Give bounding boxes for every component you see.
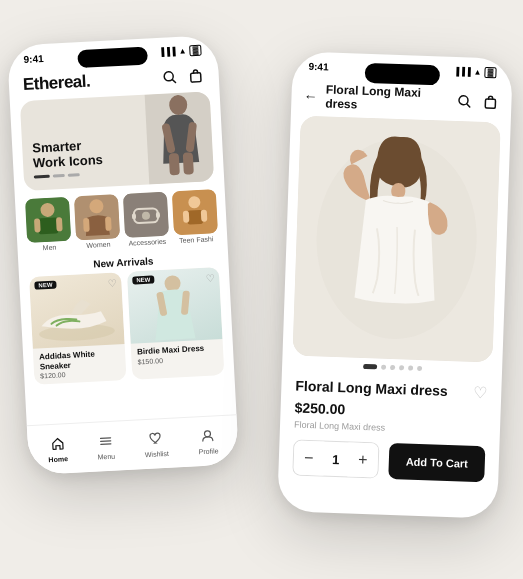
product-detail-price: $250.00 — [294, 400, 486, 423]
svg-point-34 — [204, 430, 210, 436]
svg-line-36 — [467, 104, 470, 107]
nav-wishlist[interactable]: Wishlist — [144, 430, 169, 457]
status-icons-2: ▐▐▐ ▲ ▓ — [454, 65, 497, 77]
img-dot-3 — [390, 365, 395, 370]
header-icons-2 — [455, 92, 500, 112]
svg-line-32 — [101, 440, 111, 441]
svg-point-28 — [164, 275, 181, 292]
wifi-icon-2: ▲ — [474, 67, 482, 76]
search-icon-1[interactable] — [160, 68, 179, 87]
img-dot-5 — [408, 365, 413, 370]
home-icon — [50, 436, 65, 454]
scene: 9:41 ▐▐▐ ▲ ▓ Ethereal. — [0, 0, 523, 579]
signal-icon-2: ▐▐▐ — [454, 66, 471, 76]
svg-rect-11 — [34, 218, 41, 232]
nav-home[interactable]: Home — [47, 436, 68, 463]
bottom-nav: Home Menu Wishlist — [27, 414, 239, 475]
svg-rect-21 — [156, 212, 160, 218]
cat-label-women: Women — [86, 241, 110, 249]
svg-line-1 — [172, 80, 175, 83]
category-grid: Men Women — [15, 181, 228, 257]
svg-rect-2 — [191, 73, 201, 83]
nav-profile[interactable]: Profile — [197, 428, 218, 455]
img-dot-4 — [399, 365, 404, 370]
svg-line-31 — [100, 437, 110, 438]
cat-thumb-accessories — [123, 192, 169, 238]
nav-menu[interactable]: Menu — [96, 433, 115, 460]
qty-minus-button[interactable]: − — [293, 440, 324, 477]
back-button[interactable]: ← — [303, 88, 318, 104]
svg-rect-37 — [485, 99, 495, 108]
cat-label-accessories: Accessories — [128, 238, 166, 247]
phone-1: 9:41 ▐▐▐ ▲ ▓ Ethereal. — [7, 35, 239, 475]
wishlist-nav-icon — [149, 431, 164, 449]
product-thumb-2: New ♡ — [127, 267, 223, 344]
time-2: 9:41 — [308, 60, 328, 72]
time-1: 9:41 — [23, 52, 44, 64]
cart-row: − 1 + Add To Cart — [278, 429, 499, 483]
img-dot-6 — [417, 366, 422, 371]
hero-figure — [145, 91, 215, 184]
hero-banner: Smarter Work Icons — [20, 91, 214, 191]
cat-thumb-women — [74, 194, 120, 240]
wifi-icon: ▲ — [178, 46, 186, 55]
category-teen[interactable]: Teen Fashi — [172, 189, 219, 244]
svg-rect-20 — [132, 213, 136, 219]
nav-profile-label: Profile — [198, 447, 218, 455]
product-hero-image — [292, 116, 500, 363]
quantity-control: − 1 + — [292, 440, 379, 479]
bag-icon-2[interactable] — [481, 93, 500, 112]
product-card-1[interactable]: New ♡ Addidas White Sneaker $120.00 — [29, 272, 127, 385]
menu-icon — [98, 433, 113, 451]
product-info-2: Birdie Maxi Dress $150.00 — [131, 339, 224, 370]
status-icons-1: ▐▐▐ ▲ ▓ — [158, 44, 201, 57]
svg-point-3 — [168, 94, 187, 115]
search-icon-2[interactable] — [455, 92, 474, 111]
cat-thumb-teen — [172, 189, 218, 235]
product-detail-header: Floral Long Maxi dress ♡ — [295, 377, 488, 403]
hero-dot-1 — [34, 175, 50, 179]
cat-thumb-men — [25, 197, 71, 243]
svg-rect-26 — [201, 210, 208, 222]
product-thumb-1: New ♡ — [29, 272, 125, 349]
img-dot-1 — [363, 364, 377, 369]
profile-nav-icon — [200, 428, 215, 446]
product-card-2[interactable]: New ♡ Birdie Maxi Dress $150.00 — [127, 267, 225, 380]
cat-label-men: Men — [43, 243, 57, 251]
nav-wishlist-label: Wishlist — [145, 449, 169, 457]
svg-rect-15 — [83, 218, 90, 232]
svg-rect-24 — [187, 210, 204, 225]
img-dot-2 — [381, 365, 386, 370]
svg-rect-25 — [183, 210, 190, 222]
nav-menu-label: Menu — [97, 452, 115, 460]
detail-wishlist-icon[interactable]: ♡ — [473, 383, 488, 402]
product-info-1: Addidas White Sneaker $120.00 — [33, 344, 127, 385]
qty-plus-button[interactable]: + — [347, 441, 378, 478]
category-women[interactable]: Women — [74, 194, 121, 249]
svg-rect-6 — [168, 153, 179, 175]
svg-rect-16 — [105, 217, 112, 231]
header-icons-1 — [160, 66, 205, 86]
svg-line-33 — [101, 443, 111, 444]
cat-label-teen: Teen Fashi — [179, 235, 214, 244]
page-title-2: Floral Long Maxi dress — [325, 82, 448, 114]
hero-text: Smarter Work Icons — [21, 128, 114, 191]
dynamic-island-2 — [365, 63, 441, 86]
product-detail: Floral Long Maxi dress ♡ $250.00 Floral … — [280, 370, 502, 437]
battery-icon-2: ▓ — [484, 67, 496, 78]
app-logo: Ethereal. — [22, 71, 90, 94]
nav-home-label: Home — [48, 455, 68, 463]
products-grid: New ♡ Addidas White Sneaker $120.00 — [19, 266, 234, 385]
product-detail-name: Floral Long Maxi dress — [295, 378, 448, 400]
category-accessories[interactable]: Accessories — [123, 192, 170, 247]
signal-icon: ▐▐▐ — [158, 46, 175, 56]
battery-icon: ▓ — [189, 44, 201, 56]
qty-value: 1 — [324, 451, 349, 467]
bag-icon-1[interactable] — [186, 66, 205, 85]
add-to-cart-button[interactable]: Add To Cart — [388, 443, 485, 482]
hero-dot-2 — [53, 174, 65, 178]
svg-rect-12 — [56, 217, 63, 231]
hero-dot-3 — [68, 173, 80, 177]
svg-rect-7 — [182, 152, 193, 174]
category-men[interactable]: Men — [25, 197, 72, 252]
